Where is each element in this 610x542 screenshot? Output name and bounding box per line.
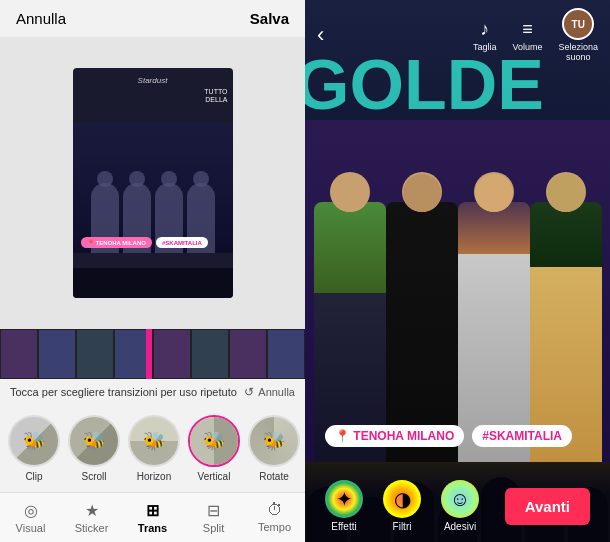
toolbar-volume[interactable]: ≡ Volume — [512, 19, 542, 52]
timeline-playhead — [146, 329, 152, 379]
tab-tempo-label: Tempo — [258, 521, 291, 533]
hashtag-sticker[interactable]: #SKAMITALIA — [156, 237, 208, 248]
salva-button[interactable]: Salva — [250, 10, 289, 27]
right-hashtag-sticker[interactable]: #SKAMITALIA — [472, 425, 572, 447]
stage-person-2 — [386, 202, 458, 462]
location-sticker[interactable]: 📍TENOHA MILANO — [81, 237, 152, 248]
transition-clip-circle[interactable]: 🐝 — [8, 415, 60, 467]
volume-label: Volume — [512, 42, 542, 52]
effetti-tool[interactable]: ✦ Effetti — [325, 480, 363, 532]
frame-6 — [191, 329, 229, 379]
right-photo: GOLDE — [305, 0, 610, 542]
adesivi-tool[interactable]: ☺ Adesivi — [441, 480, 479, 532]
tab-visual-label: Visual — [16, 522, 46, 534]
annulla-hint-label: Annulla — [258, 386, 295, 398]
tab-sticker[interactable]: ★ Sticker — [61, 493, 122, 542]
transitions-list: 🐝 Clip 🐝 Scroll 🐝 Horizon 🐝 Vertical 🐝 — [0, 405, 305, 492]
transition-clip-label: Clip — [25, 471, 42, 482]
transition-rotate[interactable]: 🐝 Rotate — [250, 415, 298, 482]
frame-3 — [76, 329, 114, 379]
sticker-row: 📍TENOHA MILANO #SKAMITALIA — [81, 237, 208, 248]
audience-row — [73, 268, 233, 298]
filtri-tool[interactable]: ◑ Filtri — [383, 480, 421, 532]
transition-scroll-circle[interactable]: 🐝 — [68, 415, 120, 467]
stage-person-4 — [530, 202, 602, 462]
frame-8 — [267, 329, 305, 379]
sticker-icon: ★ — [85, 501, 99, 520]
tab-trans-label: Trans — [138, 522, 167, 534]
right-location-sticker[interactable]: 📍 TENOHA MILANO — [325, 425, 464, 447]
avanti-button[interactable]: Avanti — [505, 488, 590, 525]
visual-icon: ◎ — [24, 501, 38, 520]
split-icon: ⊟ — [207, 501, 220, 520]
right-header: ‹ ♪ Taglia ≡ Volume TU Selezionasuono — [305, 0, 610, 70]
back-button[interactable]: ‹ — [317, 22, 324, 48]
music-icon: ♪ — [480, 19, 489, 40]
transition-rotate-label: Rotate — [259, 471, 288, 482]
right-stickers: 📍 TENOHA MILANO #SKAMITALIA — [325, 425, 572, 447]
transition-vertical-label: Vertical — [198, 471, 231, 482]
bottom-tabs: ◎ Visual ★ Sticker ⊞ Trans ⊟ Split ⏱ Tem… — [0, 492, 305, 542]
video-preview: Stardust TUTTODELLA GOLDEN GIN ITA 📍TENO… — [73, 68, 233, 298]
right-panel: GOLDE — [305, 0, 610, 542]
transition-scroll-label: Scroll — [81, 471, 106, 482]
frame-7 — [229, 329, 267, 379]
tab-tempo[interactable]: ⏱ Tempo — [244, 493, 305, 542]
annulla-hint-button[interactable]: ↺ Annulla — [244, 385, 295, 399]
hint-bar: Tocca per scegliere transizioni per uso … — [0, 379, 305, 405]
tab-visual[interactable]: ◎ Visual — [0, 493, 61, 542]
tab-split-label: Split — [203, 522, 224, 534]
preview-stage — [73, 123, 233, 253]
hint-text: Tocca per scegliere transizioni per uso … — [10, 386, 237, 398]
transition-horizon[interactable]: 🐝 Horizon — [130, 415, 178, 482]
tab-trans[interactable]: ⊞ Trans — [122, 493, 183, 542]
right-bottom-toolbar: ✦ Effetti ◑ Filtri ☺ Adesivi Avanti — [305, 470, 610, 542]
right-toolbar: ♪ Taglia ≡ Volume TU Selezionasuono — [473, 8, 598, 62]
timeline-frames — [0, 329, 305, 379]
effetti-icon: ✦ — [325, 480, 363, 518]
toolbar-taglia[interactable]: ♪ Taglia — [473, 19, 497, 52]
right-people-group — [305, 142, 610, 462]
transition-vertical[interactable]: 🐝 Vertical — [190, 415, 238, 482]
transition-horizon-label: Horizon — [137, 471, 171, 482]
stardust-logo: Stardust — [138, 76, 168, 85]
transition-horizon-circle[interactable]: 🐝 — [128, 415, 180, 467]
trans-icon: ⊞ — [146, 501, 159, 520]
stage-person-3 — [458, 202, 530, 462]
taglia-label: Taglia — [473, 42, 497, 52]
tutto-text: TUTTODELLA — [204, 88, 227, 105]
video-preview-area: Stardust TUTTODELLA GOLDEN GIN ITA 📍TENO… — [0, 37, 305, 329]
frame-2 — [38, 329, 76, 379]
filtri-icon: ◑ — [383, 480, 421, 518]
seleziona-label: Selezionasuono — [558, 42, 598, 62]
transition-rotate-circle[interactable]: 🐝 — [248, 415, 300, 467]
toolbar-seleziona[interactable]: TU Selezionasuono — [558, 8, 598, 62]
adesivi-label: Adesivi — [444, 521, 476, 532]
frame-5 — [153, 329, 191, 379]
filtri-label: Filtri — [393, 521, 412, 532]
stage-person-1 — [314, 202, 386, 462]
frame-1 — [0, 329, 38, 379]
left-panel: Annulla Salva Stardust TUTTODELLA GOLDEN… — [0, 0, 305, 542]
tab-split[interactable]: ⊟ Split — [183, 493, 244, 542]
effetti-label: Effetti — [331, 521, 356, 532]
left-header: Annulla Salva — [0, 0, 305, 37]
annulla-button[interactable]: Annulla — [16, 10, 66, 27]
avatar: TU — [562, 8, 594, 40]
transition-scroll[interactable]: 🐝 Scroll — [70, 415, 118, 482]
transition-clip[interactable]: 🐝 Clip — [10, 415, 58, 482]
adesivi-icon: ☺ — [441, 480, 479, 518]
tempo-icon: ⏱ — [267, 501, 283, 519]
tab-sticker-label: Sticker — [75, 522, 109, 534]
volume-icon: ≡ — [522, 19, 533, 40]
timeline-strip[interactable] — [0, 329, 305, 379]
undo-icon: ↺ — [244, 385, 254, 399]
transition-vertical-circle[interactable]: 🐝 — [188, 415, 240, 467]
